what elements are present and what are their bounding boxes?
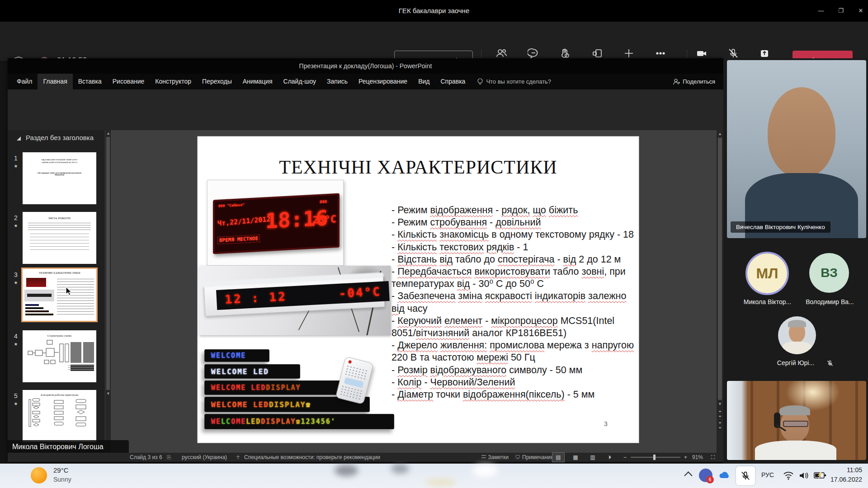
scroll-down-icon[interactable]: ▼ <box>105 391 111 396</box>
section-title: Раздел без заголовка <box>26 134 94 141</box>
next-slide-icon[interactable]: ⏷⏷ <box>717 421 723 431</box>
scroll-down-icon[interactable]: ▼ <box>717 402 723 406</box>
teams-toolbar: 01:10:52 Request control People Chat Rea… <box>0 22 868 61</box>
video-tile-speaker[interactable]: Вячеслав Вікторович Куліченко <box>727 60 866 238</box>
tab-home[interactable]: Главная <box>38 74 72 89</box>
view-sorter-button[interactable]: ▦ <box>570 453 581 462</box>
avatar-sergiy[interactable] <box>778 316 816 354</box>
led-strip-text: DISPLAY <box>261 418 296 426</box>
avatar-ml[interactable]: МЛ <box>745 252 789 295</box>
view-reading-button[interactable]: ▥ <box>587 453 599 462</box>
text-segment: - <box>487 217 495 228</box>
led-strip-text: WE <box>211 418 221 426</box>
misspelled-word: напругою <box>592 340 634 351</box>
tab-insert[interactable]: Вставка <box>73 74 107 89</box>
thumb4-diagram <box>23 338 96 374</box>
text-segment: - <box>392 242 397 253</box>
zoom-level[interactable]: 91% <box>692 453 703 462</box>
comments-toggle[interactable]: 🗨Примечания <box>515 453 553 462</box>
misspelled-word: Розмір <box>397 365 427 375</box>
text-segment: - <box>392 377 397 388</box>
text-segment: 50 Гц <box>508 352 535 363</box>
text-segment: - <box>392 266 397 277</box>
weather-condition[interactable]: Sunny <box>53 476 71 483</box>
clock-time[interactable]: 11:05 <box>834 466 862 474</box>
tray-chevron-icon[interactable] <box>684 471 692 479</box>
wifi-icon[interactable] <box>783 471 794 480</box>
text-segment: - 5 мм <box>565 389 595 400</box>
weather-temperature[interactable]: 29°C <box>53 466 69 474</box>
slide-scroll-thumb[interactable] <box>718 138 722 400</box>
tab-file[interactable]: Файл <box>11 74 38 89</box>
slide-thumbnail-4[interactable]: Структурна схема <box>23 330 96 382</box>
view-normal-button[interactable]: ▤ <box>552 453 564 462</box>
tab-transitions[interactable]: Переходы <box>197 74 237 89</box>
tab-help[interactable]: Справка <box>435 74 471 89</box>
section-collapse-icon[interactable] <box>17 136 21 141</box>
sign-led-bar: 12 : 12 -04°C <box>216 281 390 310</box>
video-tile-bottom[interactable] <box>727 381 866 460</box>
apps-plus-icon <box>623 48 635 59</box>
slide-thumbnail-5[interactable]: Алгоритм работы пристрою <box>23 390 96 442</box>
presenter-name-overlay: Микола Вікторович Логоша <box>8 440 129 454</box>
tray-mic-box[interactable] <box>736 466 755 485</box>
bullet-line: - Відстань від табло до спостерігача - в… <box>392 253 638 266</box>
bullet-line: - Джерело живлення: промислова мережа з … <box>392 339 638 352</box>
led-strip-image: WELCOME LED DISPLAY ☎ 123456' <box>204 414 394 429</box>
zoom-slider-thumb[interactable] <box>653 455 656 460</box>
fit-slide-icon[interactable]: ⛶ <box>711 453 715 462</box>
slide-scrollbar[interactable]: ▲ ▼ ⏶⏶ ⏷⏷ <box>717 130 723 453</box>
onedrive-tray-icon[interactable] <box>718 471 731 480</box>
slide-thumbnail-3-selected[interactable]: ТЕХНІЧНІ ХАРАКТЕРИСТИКИ <box>23 269 96 321</box>
panel-scroll-thumb[interactable] <box>106 137 110 390</box>
slide-thumbnail-1[interactable]: НАЦІОНАЛЬНИЙ ТЕХНІЧНИЙ УНІВЕРСИТЕТ «ХАРК… <box>23 152 96 204</box>
screen: ГЕК бакалаври заочне — ❐ ✕ 01:10:52 Requ… <box>0 0 868 488</box>
zoom-slider-track[interactable] <box>631 457 680 458</box>
tab-slideshow[interactable]: Слайд-шоу <box>278 74 322 89</box>
glasses <box>783 421 808 427</box>
text-segment: аналог КР1816ВЕ51) <box>469 328 566 338</box>
ppt-window-title: Презентация к докладу(Логоша) - PowerPoi… <box>8 58 723 74</box>
teams-tray-icon[interactable]: 6 <box>699 469 712 482</box>
sergiy-hair <box>788 320 806 327</box>
led-temp: 23°C <box>312 213 336 226</box>
ppt-titlebar: Презентация к докладу(Логоша) - PowerPoi… <box>8 58 723 74</box>
slide-title: ТЕХНІЧНІ ХАРАКТЕРИСТИКИ <box>198 156 639 178</box>
zoom-in-icon[interactable]: + <box>684 453 687 462</box>
animation-star-icon: ★ <box>12 164 20 169</box>
notes-toggle[interactable]: Заметки <box>481 453 509 462</box>
scroll-up-icon[interactable]: ▲ <box>717 131 723 136</box>
tab-design[interactable]: Конструктор <box>150 74 197 89</box>
zoom-out-icon[interactable]: − <box>623 453 627 462</box>
language-indicator[interactable]: РУС <box>761 471 774 479</box>
tab-view[interactable]: Вид <box>413 74 435 89</box>
tab-record[interactable]: Запись <box>321 74 353 89</box>
tab-review[interactable]: Рецензирование <box>353 74 413 89</box>
slide-number: 4 <box>12 333 20 340</box>
misspelled-word: мережі <box>476 352 508 363</box>
tab-draw[interactable]: Рисование <box>107 74 150 89</box>
close-icon[interactable]: ✕ <box>853 0 868 22</box>
tell-me-search[interactable]: Что вы хотите сделать? <box>477 74 551 89</box>
led-strip-text: WELCOME LED <box>211 367 269 376</box>
accessibility-status[interactable]: Специальные возможности: проверьте реком… <box>244 453 380 462</box>
panel-scrollbar[interactable]: ▲ ▼ <box>105 130 111 453</box>
view-slideshow-button[interactable]: ⏵ <box>604 453 616 462</box>
weather-sun-icon[interactable] <box>31 467 47 483</box>
previous-slide-icon[interactable]: ⏶⏶ <box>717 409 723 419</box>
clock-date[interactable]: 17.06.2022 <box>822 476 862 483</box>
misspelled-word: мікропроцесор <box>491 315 557 326</box>
slide-thumbnail-2[interactable]: МЕТА РОБОТИ <box>23 212 96 264</box>
led-strip-text: DISPLAY <box>269 400 306 409</box>
language-status[interactable]: русский (Украина) <box>182 453 227 462</box>
minimize-icon[interactable]: — <box>813 0 829 22</box>
tab-animations[interactable]: Анимация <box>237 74 278 89</box>
avatar-vz[interactable]: ВЗ <box>809 253 849 293</box>
blurred-taskbar-item <box>391 464 409 474</box>
share-document-button[interactable]: Поделиться <box>673 74 715 89</box>
maximize-icon[interactable]: ❐ <box>833 0 849 22</box>
thumb5-flowchart <box>23 397 96 436</box>
notes-pen-icon[interactable]: ⎘ <box>167 453 171 462</box>
volume-icon[interactable] <box>798 471 809 480</box>
scroll-up-icon[interactable]: ▲ <box>105 131 111 136</box>
